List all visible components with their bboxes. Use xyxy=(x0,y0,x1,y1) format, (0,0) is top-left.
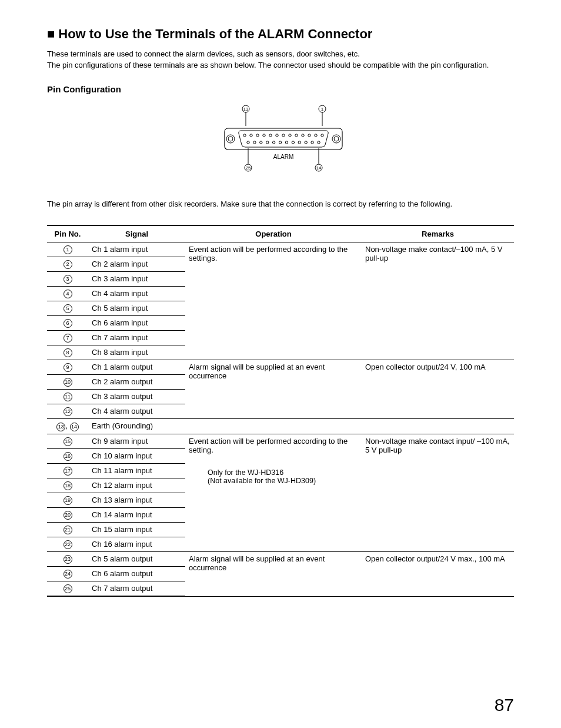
signal-cell: Ch 3 alarm input xyxy=(88,271,185,286)
svg-text:1: 1 xyxy=(321,107,324,112)
signal-cell: Ch 2 alarm output xyxy=(88,375,185,390)
table-row: 23Ch 5 alarm outputAlarm signal will be … xyxy=(47,552,514,567)
pin-cell: 24 xyxy=(47,567,88,581)
remarks-cell xyxy=(362,419,514,434)
operation-cell: Alarm signal will be supplied at an even… xyxy=(185,552,362,597)
pin-circle-icon: 17 xyxy=(64,467,72,476)
pin-cell: 4 xyxy=(47,286,88,301)
svg-point-18 xyxy=(295,134,298,136)
svg-point-25 xyxy=(260,141,262,143)
pin-cell: 19 xyxy=(47,493,88,507)
pin-cell: 11 xyxy=(47,390,88,404)
signal-cell: Ch 3 alarm output xyxy=(88,390,185,404)
remarks-cell: Non-voltage make contact input/ –100 mA,… xyxy=(362,434,514,552)
remarks-cell: Open collector output/24 V max., 100 mA xyxy=(362,552,514,597)
svg-point-27 xyxy=(272,141,275,143)
pin-circle-icon: 14 xyxy=(70,423,79,431)
table-row: 9Ch 1 alarm outputAlarm signal will be s… xyxy=(47,360,514,375)
svg-point-14 xyxy=(269,134,272,136)
pin-circle-icon: 4 xyxy=(64,290,72,298)
svg-point-32 xyxy=(305,141,307,143)
pin-cell: 3 xyxy=(47,271,88,286)
header-signal: Signal xyxy=(88,225,185,242)
pin-circle-icon: 11 xyxy=(64,393,72,401)
svg-point-28 xyxy=(279,141,281,143)
operation-cell: Alarm signal will be supplied at an even… xyxy=(185,360,362,419)
svg-point-31 xyxy=(298,141,300,143)
pin-circle-icon: 5 xyxy=(64,304,72,313)
svg-point-33 xyxy=(311,141,313,143)
signal-cell: Ch 4 alarm input xyxy=(88,286,185,301)
pin-cell: 23 xyxy=(47,552,88,567)
page-number: 87 xyxy=(495,695,514,715)
pin-circle-icon: 1 xyxy=(64,245,72,254)
svg-point-24 xyxy=(253,141,256,143)
pin-circle-icon: 9 xyxy=(64,363,72,372)
svg-point-19 xyxy=(302,134,304,136)
pin-circle-icon: 21 xyxy=(64,526,72,534)
intro-paragraph: These terminals are used to connect the … xyxy=(47,49,514,71)
section-title: ■How to Use the Terminals of the ALARM C… xyxy=(47,26,514,42)
header-remarks: Remarks xyxy=(362,225,514,242)
header-pin: Pin No. xyxy=(47,225,88,242)
svg-point-8 xyxy=(332,135,340,143)
pin-cell: 17 xyxy=(47,463,88,478)
svg-text:ALARM: ALARM xyxy=(273,154,293,160)
svg-point-12 xyxy=(256,134,259,136)
pin-cell: 6 xyxy=(47,316,88,331)
svg-point-11 xyxy=(250,134,252,136)
svg-point-10 xyxy=(243,134,246,136)
signal-cell: Ch 11 alarm input xyxy=(88,463,185,478)
svg-point-13 xyxy=(263,134,265,136)
pin-cell: 16 xyxy=(47,448,88,463)
connector-diagram: 13 1 ALARM 25 14 xyxy=(47,105,514,183)
svg-point-7 xyxy=(228,137,233,141)
header-operation: Operation xyxy=(185,225,362,242)
signal-cell: Ch 13 alarm input xyxy=(88,493,185,507)
signal-cell: Ch 4 alarm output xyxy=(88,404,185,419)
signal-cell: Earth (Grounding) xyxy=(88,419,185,434)
remarks-cell: Non-voltage make contact/–100 mA, 5 V pu… xyxy=(362,242,514,360)
pin-circle-icon: 3 xyxy=(64,275,72,284)
operation-cell: Event action will be performed according… xyxy=(185,242,362,360)
square-bullet-icon: ■ xyxy=(47,26,55,41)
svg-text:13: 13 xyxy=(243,107,249,112)
signal-cell: Ch 9 alarm input xyxy=(88,434,185,448)
pin-circle-icon: 20 xyxy=(64,511,72,520)
signal-cell: Ch 14 alarm input xyxy=(88,507,185,522)
pin-circle-icon: 6 xyxy=(64,319,72,328)
svg-point-23 xyxy=(247,141,249,143)
signal-cell: Ch 1 alarm input xyxy=(88,242,185,257)
signal-cell: Ch 10 alarm input xyxy=(88,448,185,463)
pin-cell: 1 xyxy=(47,242,88,257)
pin-circle-icon: 13 xyxy=(56,423,65,431)
pin-cell: 18 xyxy=(47,478,88,493)
svg-text:25: 25 xyxy=(246,165,251,171)
svg-point-17 xyxy=(289,134,291,136)
signal-cell: Ch 1 alarm output xyxy=(88,360,185,375)
svg-point-26 xyxy=(266,141,269,143)
note-paragraph: The pin array is different from other di… xyxy=(47,200,514,208)
signal-cell: Ch 6 alarm output xyxy=(88,567,185,581)
operation-cell xyxy=(185,419,362,434)
pin-circle-icon: 22 xyxy=(64,540,72,549)
pin-circle-icon: 10 xyxy=(64,378,72,387)
svg-point-22 xyxy=(321,134,323,136)
signal-cell: Ch 8 alarm input xyxy=(88,345,185,360)
svg-point-6 xyxy=(226,135,235,143)
pin-cell: 20 xyxy=(47,507,88,522)
pin-circle-icon: 23 xyxy=(64,555,72,564)
signal-cell: Ch 7 alarm output xyxy=(88,581,185,597)
table-row: 15Ch 9 alarm inputEvent action will be p… xyxy=(47,434,514,448)
pin-cell: 12 xyxy=(47,404,88,419)
table-row: 13, 14Earth (Grounding) xyxy=(47,419,514,434)
signal-cell: Ch 5 alarm output xyxy=(88,552,185,567)
pin-cell: 9 xyxy=(47,360,88,375)
pin-circle-icon: 18 xyxy=(64,481,72,490)
pin-cell: 22 xyxy=(47,537,88,551)
pin-cell: 13, 14 xyxy=(47,419,88,434)
svg-point-30 xyxy=(292,141,294,143)
svg-point-21 xyxy=(315,134,317,136)
pin-cell: 5 xyxy=(47,301,88,315)
signal-cell: Ch 5 alarm input xyxy=(88,301,185,315)
